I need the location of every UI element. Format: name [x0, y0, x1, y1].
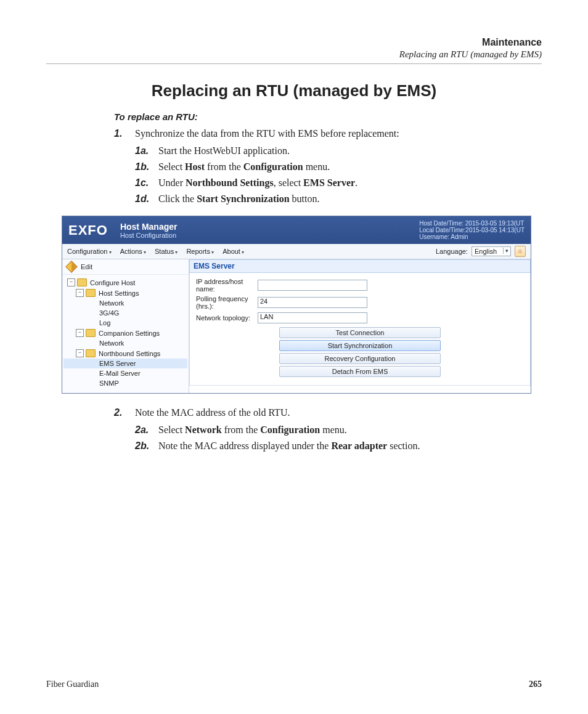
tree-log[interactable]: Log [63, 318, 187, 328]
tree-configure-host[interactable]: −Configure Host [63, 277, 187, 288]
tree-label: SNMP [99, 379, 119, 387]
t: Rear adapter [331, 440, 387, 451]
polling-label: Polling frequency (hrs.): [196, 295, 258, 310]
step-1b-text: Select Host from the Configuration menu. [158, 161, 542, 172]
step-1c-text: Under Northbound Settings, select EMS Se… [158, 177, 542, 189]
ip-label: IP address/host name: [196, 278, 258, 293]
tree-label: Northbound Settings [99, 350, 160, 357]
tree-ems-server[interactable]: EMS Server [63, 359, 187, 368]
language-label: Language: [436, 248, 468, 255]
topology-input[interactable]: LAN [258, 312, 367, 323]
t: menu. [303, 161, 330, 172]
tree-label: Host Settings [99, 290, 139, 297]
sidebar: Edit −Configure Host −Host Settings Netw… [62, 259, 189, 393]
tree-label: Network [99, 299, 124, 307]
footer-page-number: 265 [529, 680, 542, 689]
t: section. [387, 440, 420, 451]
step-2a-num: 2a. [135, 424, 158, 436]
menu-about[interactable]: About [223, 248, 244, 255]
folder-icon [86, 349, 96, 357]
page-footer: Fiber Guardian 265 [46, 680, 542, 689]
t: Host [185, 161, 205, 172]
step-2-num: 2. [114, 407, 135, 418]
step-1a: 1a. Start the HostWebUI application. [135, 145, 542, 156]
username-label: Username: Admin [419, 233, 525, 240]
tree-host-settings[interactable]: −Host Settings [63, 288, 187, 298]
recovery-configuration-button[interactable]: Recovery Configuration [279, 353, 441, 364]
home-icon[interactable]: ⌂ [515, 246, 526, 257]
t: from the [205, 161, 243, 172]
t: button. [290, 193, 320, 204]
step-1-num: 1. [114, 128, 135, 139]
t: Network [185, 424, 222, 435]
running-head-chapter: Maintenance [46, 37, 542, 48]
step-1d-text: Click the Start Synchronization button. [158, 193, 542, 205]
lead-text: To replace an RTU: [114, 112, 542, 122]
local-datetime: Local Date/Time:2015-03-05 14:13(UT [419, 227, 525, 233]
tree-label: 3G/4G [99, 309, 119, 317]
step-1c: 1c. Under Northbound Settings, select EM… [135, 177, 542, 189]
tree-companion-network[interactable]: Network [63, 338, 187, 348]
step-1b-num: 1b. [135, 161, 158, 172]
language-select[interactable]: English [472, 246, 511, 256]
ip-input[interactable] [258, 280, 367, 291]
footer-product: Fiber Guardian [46, 680, 99, 689]
tree-companion-settings[interactable]: −Companion Settings [63, 328, 187, 338]
page-title: Replacing an RTU (managed by EMS) [46, 81, 542, 100]
step-1c-num: 1c. [135, 177, 158, 189]
tree-3g4g[interactable]: 3G/4G [63, 308, 187, 318]
folder-icon [86, 329, 96, 337]
t: Select [158, 424, 185, 435]
step-2b-num: 2b. [135, 440, 158, 452]
folder-icon [77, 278, 87, 286]
host-datetime: Host Date/Time: 2015-03-05 19:13(UT [419, 220, 525, 227]
tree-northbound-settings[interactable]: −Northbound Settings [63, 348, 187, 359]
t: Northbound Settings [186, 177, 274, 188]
step-1a-text: Start the HostWebUI application. [158, 145, 542, 156]
app-subtitle: Host Configuration [120, 232, 419, 239]
step-1a-num: 1a. [135, 145, 158, 156]
menu-actions[interactable]: Actions [120, 248, 146, 255]
t: menu. [320, 424, 347, 435]
tree-label: Companion Settings [99, 330, 160, 337]
app-title: Host Manager [120, 222, 419, 232]
folder-icon [86, 289, 96, 297]
main-panel: EMS Server IP address/host name: Polling… [189, 259, 531, 393]
tree-email-server[interactable]: E-Mail Server [63, 368, 187, 378]
nav-tree: −Configure Host −Host Settings Network 3… [62, 275, 189, 393]
polling-input[interactable]: 24 [258, 297, 367, 308]
running-head-section: Replacing an RTU (managed by EMS) [46, 49, 542, 60]
t: from the [222, 424, 261, 435]
step-1d-num: 1d. [135, 193, 158, 205]
t: Under [158, 177, 186, 188]
tree-network[interactable]: Network [63, 298, 187, 308]
header-rule [46, 63, 542, 64]
tree-snmp[interactable]: SNMP [63, 378, 187, 388]
t: EMS Server [303, 177, 355, 188]
panel-title: EMS Server [189, 259, 531, 273]
start-synchronization-button[interactable]: Start Synchronization [279, 340, 441, 351]
test-connection-button[interactable]: Test Connection [279, 327, 441, 338]
detach-from-ems-button[interactable]: Detach From EMS [279, 366, 441, 377]
step-1d: 1d. Click the Start Synchronization butt… [135, 193, 542, 205]
menu-configuration[interactable]: Configuration [67, 248, 112, 255]
logo: EXFO [68, 222, 108, 238]
step-2b: 2b. Note the MAC address displayed under… [135, 440, 542, 452]
menu-status[interactable]: Status [155, 248, 178, 255]
edit-button[interactable]: Edit [62, 259, 189, 275]
t: Configuration [243, 161, 303, 172]
t: Configuration [260, 424, 320, 435]
menu-bar: Configuration Actions Status Reports Abo… [62, 244, 531, 259]
step-1b: 1b. Select Host from the Configuration m… [135, 161, 542, 172]
step-2: 2. Note the MAC address of the old RTU. [114, 407, 542, 418]
step-2-text: Note the MAC address of the old RTU. [135, 407, 542, 418]
menu-reports[interactable]: Reports [186, 248, 214, 255]
step-1-text: Synchronize the data from the RTU with E… [135, 128, 542, 139]
tree-label: Configure Host [90, 279, 135, 286]
tree-label: E-Mail Server [99, 370, 141, 377]
tree-label: Network [99, 339, 124, 347]
t: , select [274, 177, 303, 188]
t: Start Synchronization [197, 193, 289, 204]
topology-label: Network topology: [196, 314, 258, 322]
app-header: EXFO Host Manager Host Configuration Hos… [62, 216, 531, 244]
